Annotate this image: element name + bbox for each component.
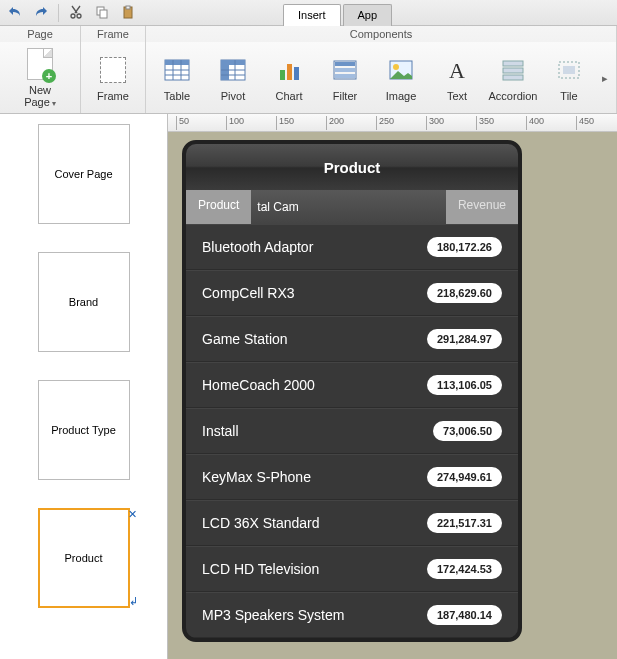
table-row[interactable]: LCD 36X Standard221,517.31: [186, 500, 518, 546]
new-page-button[interactable]: + New Page▾: [12, 44, 68, 112]
table-icon: [161, 54, 193, 86]
dragging-product-chip[interactable]: Product: [186, 190, 251, 224]
image-icon: [385, 54, 417, 86]
redo-button[interactable]: [30, 2, 52, 24]
svg-rect-21: [335, 62, 355, 66]
accordion-label: Accordion: [489, 90, 538, 102]
revenue-value: 274,949.61: [427, 467, 502, 487]
separator: [58, 4, 59, 22]
ruler-tick: 200: [326, 116, 344, 130]
page-icon: +: [24, 48, 56, 80]
table-row[interactable]: KeyMax S-Phone274,949.61: [186, 454, 518, 500]
ruler-tick: 150: [276, 116, 294, 130]
new-page-label: New Page: [24, 84, 51, 108]
image-button[interactable]: Image: [374, 44, 428, 112]
revenue-value: 221,517.31: [427, 513, 502, 533]
text-icon: A: [441, 54, 473, 86]
thumb-label: Product Type: [51, 424, 116, 436]
table-label: Table: [164, 90, 190, 102]
thumb-product[interactable]: ✕ Product ↲: [38, 508, 130, 608]
svg-rect-14: [221, 60, 245, 65]
copy-icon: [94, 4, 110, 22]
filter-icon: [329, 54, 361, 86]
paste-icon: [120, 4, 136, 22]
text-label: Text: [447, 90, 467, 102]
revenue-value: 113,106.05: [427, 375, 502, 395]
close-icon[interactable]: ✕: [128, 509, 138, 519]
product-name: CompCell RX3: [202, 285, 295, 301]
revenue-value: 172,424.53: [427, 559, 502, 579]
revenue-value: 218,629.60: [427, 283, 502, 303]
undo-button[interactable]: [4, 2, 26, 24]
tab-app[interactable]: App: [343, 4, 393, 26]
ruler-tick: 250: [376, 116, 394, 130]
product-name: Install: [202, 423, 239, 439]
revenue-value: 291,284.97: [427, 329, 502, 349]
revenue-value: 187,480.14: [427, 605, 502, 625]
product-name: LCD 36X Standard: [202, 515, 320, 531]
table-row[interactable]: Install73,006.50: [186, 408, 518, 454]
accordion-button[interactable]: Accordion: [486, 44, 540, 112]
product-name: Game Station: [202, 331, 288, 347]
product-name: Bluetooth Adaptor: [202, 239, 313, 255]
table-button[interactable]: Table: [150, 44, 204, 112]
chart-button[interactable]: Chart: [262, 44, 316, 112]
table-row[interactable]: LCD HD Television172,424.53: [186, 546, 518, 592]
canvas[interactable]: Product Product tal Cam Revenue Bluetoot…: [168, 132, 617, 659]
svg-rect-7: [165, 60, 189, 65]
table-row[interactable]: Game Station291,284.97: [186, 316, 518, 362]
tile-button[interactable]: Tile: [542, 44, 596, 112]
text-button[interactable]: A Text: [430, 44, 484, 112]
svg-point-0: [71, 14, 75, 18]
product-panel[interactable]: Product Product tal Cam Revenue Bluetoot…: [182, 140, 522, 642]
redo-icon: [33, 4, 49, 22]
copy-button[interactable]: [91, 2, 113, 24]
svg-point-26: [393, 64, 399, 70]
table-row[interactable]: MP3 Speakers System187,480.14: [186, 592, 518, 638]
product-name: MP3 Speakers System: [202, 607, 344, 623]
column-revenue[interactable]: Revenue: [446, 190, 518, 224]
tile-label: Tile: [560, 90, 577, 102]
accordion-icon: [497, 54, 529, 86]
paste-button[interactable]: [117, 2, 139, 24]
svg-rect-3: [100, 10, 107, 18]
svg-rect-20: [294, 67, 299, 80]
cut-button[interactable]: [65, 2, 87, 24]
svg-rect-30: [503, 75, 523, 80]
panel-title: Product: [186, 144, 518, 190]
svg-rect-23: [335, 74, 355, 78]
svg-rect-32: [563, 66, 575, 74]
filter-label: Filter: [333, 90, 357, 102]
frame-button[interactable]: Frame: [85, 44, 141, 112]
table-row[interactable]: CompCell RX3218,629.60: [186, 270, 518, 316]
ruler-tick: 100: [226, 116, 244, 130]
ribbon-scroll-right[interactable]: ▸: [598, 44, 612, 112]
thumb-label: Brand: [69, 296, 98, 308]
svg-rect-22: [335, 68, 355, 72]
ribbon-tabs: Insert App: [283, 0, 394, 26]
thumb-cover-page[interactable]: Cover Page: [38, 124, 130, 224]
quick-access-toolbar: Insert App: [0, 0, 617, 26]
table-row[interactable]: HomeCoach 2000113,106.05: [186, 362, 518, 408]
product-name: KeyMax S-Phone: [202, 469, 311, 485]
ruler-tick: 450: [576, 116, 594, 130]
ruler-tick: 350: [476, 116, 494, 130]
enter-arrow-icon[interactable]: ↲: [129, 596, 138, 607]
image-label: Image: [386, 90, 417, 102]
tile-icon: [553, 54, 585, 86]
table-row[interactable]: Bluetooth Adaptor180,172.26: [186, 224, 518, 270]
product-list: Bluetooth Adaptor180,172.26CompCell RX32…: [186, 224, 518, 638]
thumb-label: Cover Page: [54, 168, 112, 180]
filter-button[interactable]: Filter: [318, 44, 372, 112]
pivot-button[interactable]: Pivot: [206, 44, 260, 112]
ruler: 50100150200250300350400450: [168, 114, 617, 132]
panel-column-headers: Product tal Cam Revenue: [186, 190, 518, 224]
thumb-product-type[interactable]: Product Type: [38, 380, 130, 480]
group-label-components: Components: [146, 26, 616, 42]
dropdown-icon: ▾: [52, 99, 56, 108]
tab-insert[interactable]: Insert: [283, 4, 341, 26]
thumb-brand[interactable]: Brand: [38, 252, 130, 352]
ruler-tick: 50: [176, 116, 189, 130]
thumb-label: Product: [65, 552, 103, 564]
svg-rect-5: [126, 6, 130, 9]
